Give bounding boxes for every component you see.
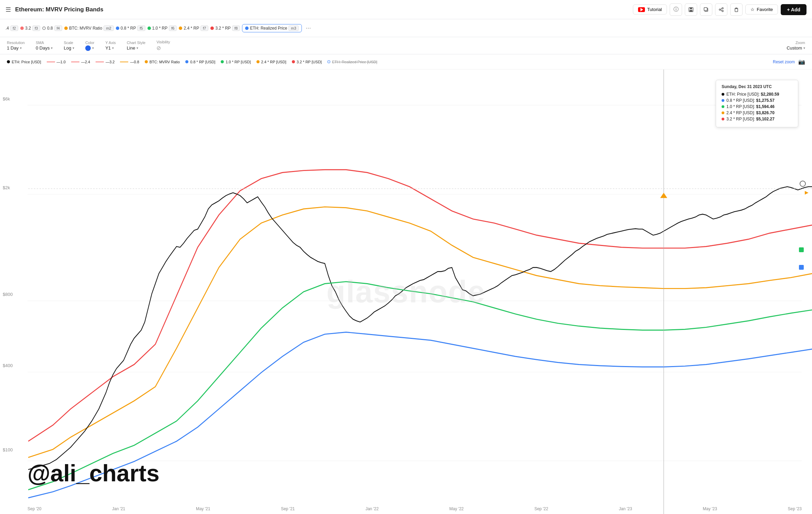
visibility-select[interactable]: ⊘ [156, 45, 170, 51]
series-dot-f3 [20, 26, 24, 30]
line-08rp [28, 332, 812, 498]
line-10rp [28, 282, 812, 490]
save-button[interactable] [685, 3, 697, 16]
legend-10: —1.0 [47, 60, 66, 64]
color-chevron: ▾ [92, 46, 94, 50]
tooltip-dot-eth [722, 93, 724, 96]
scale-label: Scale [64, 41, 74, 45]
legend-line-32 [96, 62, 104, 62]
tooltip-row-10rp: 1.0 * RP [USD]: $1,594.46 [722, 104, 792, 109]
delete-button[interactable] [730, 3, 743, 16]
tutorial-button[interactable]: Tutorial [633, 4, 667, 14]
resolution-select[interactable]: 1 Day ▾ [7, 45, 25, 51]
tooltip-row-32rp: 3.2 * RP [USD]: $5,102.27 [722, 117, 792, 121]
camera-icon[interactable]: 📷 [798, 58, 805, 65]
legend-eth-price: ETH: Price [USD] [7, 60, 41, 64]
yaxis-control: Y Axis Y1 ▾ [105, 41, 116, 51]
yaxis-label: Y Axis [105, 41, 116, 45]
zoom-label: Zoom [795, 41, 805, 45]
tooltip-row-24rp: 2.4 * RP [USD]: $3,826.70 [722, 110, 792, 115]
svg-point-7 [722, 10, 723, 12]
page-title: Ethereum: MVRV Pricing Bands [15, 6, 629, 13]
tooltip-dot-08rp [722, 99, 724, 102]
reset-zoom-button[interactable]: Reset zoom [773, 60, 795, 64]
yaxis-select[interactable]: Y1 ▾ [105, 45, 116, 51]
series-item-f8[interactable]: 3.2 * RP f8 [210, 25, 240, 31]
series-dot-f7 [179, 26, 182, 30]
menu-icon[interactable]: ☰ [6, 6, 11, 13]
series-dot-f6 [147, 26, 151, 30]
resolution-label: Resolution [7, 41, 25, 45]
color-control: Color ▾ [85, 41, 94, 51]
chart-area[interactable]: $6k $2k $800 $400 $100 glassnode @ali_ch… [0, 69, 812, 514]
series-bar: .4 f2 3.2 f3 0.8 f4 BTC: MVRV Ratio m2 0… [0, 19, 812, 37]
tooltip-row-eth: ETH: Price [USD]: $2,280.59 [722, 92, 792, 97]
legend-label-eth: ETH: Price [USD] [12, 60, 41, 64]
legend-eth-realized: ETH: Realized Price [USD] [327, 60, 377, 64]
color-swatch[interactable] [85, 45, 91, 51]
series-item-m2[interactable]: BTC: MVRV Ratio m2 [64, 25, 114, 31]
sma-control: SMA 0 Days ▾ [36, 41, 53, 51]
scale-chevron: ▾ [73, 46, 74, 50]
visibility-icon: ⊘ [156, 45, 161, 51]
series-item-f6[interactable]: 1.0 * RP f6 [147, 25, 177, 31]
series-item-f5[interactable]: 0.8 * RP f5 [116, 25, 145, 31]
add-label: + Add [787, 7, 800, 12]
legend-24: —2.4 [71, 60, 90, 64]
chart-style-select[interactable]: Line ▾ [127, 45, 145, 51]
favorite-label: Favorite [757, 7, 773, 12]
share-button[interactable] [715, 3, 727, 16]
chart-style-control: Chart Style Line ▾ [127, 41, 145, 51]
legend-line-10 [47, 62, 55, 62]
top-actions: Tutorial ⓘ ☆ Favorite + Add [633, 3, 806, 16]
visibility-control: Visibility ⊘ [156, 40, 170, 51]
resolution-control: Resolution 1 Day ▾ [7, 41, 25, 51]
tooltip-dot-10rp [722, 105, 724, 108]
svg-point-5 [722, 8, 723, 9]
color-select[interactable]: ▾ [85, 45, 94, 51]
legend-32: —3.2 [96, 60, 114, 64]
resolution-chevron: ▾ [20, 46, 22, 50]
sma-select[interactable]: 0 Days ▾ [36, 45, 53, 51]
scale-select[interactable]: Log ▾ [64, 45, 74, 51]
legend-08: —0.8 [120, 60, 139, 64]
sma-label: SMA [36, 41, 53, 45]
favorite-button[interactable]: ☆ Favorite [745, 4, 778, 14]
legend-line-24 [71, 62, 79, 62]
chart-style-label: Chart Style [127, 41, 145, 45]
zoom-select[interactable]: Custom ▾ [787, 45, 805, 51]
color-label: Color [85, 41, 94, 45]
series-dot-f8 [210, 26, 214, 30]
star-icon: ☆ [750, 7, 755, 12]
series-item-f4[interactable]: 0.8 f4 [42, 25, 62, 31]
tutorial-label: Tutorial [647, 7, 662, 12]
series-dot-m3 [245, 26, 249, 30]
legend-32rp: 3.2 * RP [USD] [292, 60, 322, 64]
legend-dot-eth [7, 60, 10, 63]
info-button[interactable]: ⓘ [670, 3, 682, 16]
series-item-f3[interactable]: 3.2 f3 [20, 25, 40, 31]
legend-dot-btc [145, 60, 148, 63]
series-item-m3[interactable]: ETH: Realized Price m3 [242, 24, 301, 32]
visibility-label: Visibility [156, 40, 170, 44]
zoom-control: Zoom Custom ▾ [787, 41, 805, 51]
price-indicator-blue [799, 265, 804, 270]
series-item-f7[interactable]: 2.4 * RP f7 [179, 25, 208, 31]
chart-tooltip: Sunday, Dec 31 2023 UTC ETH: Price [USD]… [716, 80, 798, 127]
legend-actions: Reset zoom 📷 [773, 58, 805, 65]
copy-button[interactable] [700, 3, 712, 16]
add-button[interactable]: + Add [781, 4, 806, 15]
more-series-icon[interactable]: ··· [304, 24, 313, 32]
series-dot-f4 [42, 26, 46, 30]
zoom-chevron: ▾ [803, 46, 805, 50]
legend-dot-eth-realized [327, 60, 330, 63]
legend-dot-08rp [185, 60, 188, 63]
yaxis-chevron: ▾ [112, 46, 114, 50]
series-item-f2[interactable]: .4 f2 [6, 25, 18, 31]
tooltip-dot-32rp [722, 118, 724, 120]
svg-rect-2 [690, 10, 692, 12]
line-24rp [28, 207, 812, 457]
tooltip-row-08rp: 0.8 * RP [USD]: $1,275.57 [722, 98, 792, 103]
svg-rect-1 [690, 8, 692, 9]
legend-10rp: 1.0 * RP [USD] [221, 60, 251, 64]
